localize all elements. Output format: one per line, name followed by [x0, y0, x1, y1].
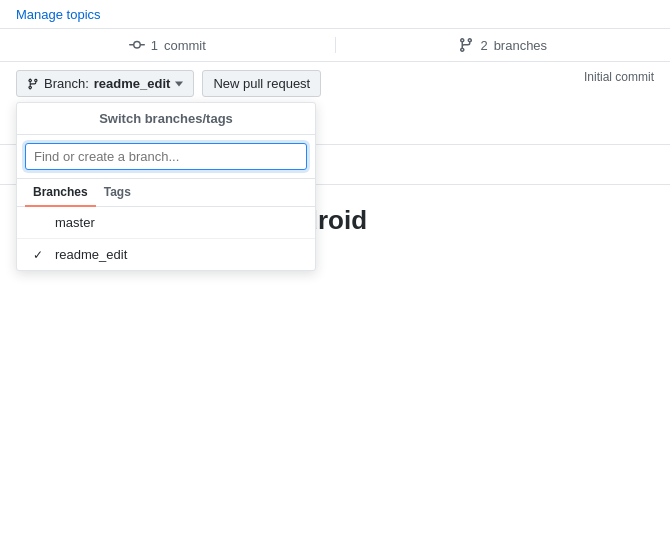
branches-stat[interactable]: 2 branches [335, 37, 671, 53]
manage-topics-link[interactable]: Manage topics [16, 7, 101, 22]
branch-list: master ✓ readme_edit [17, 207, 315, 270]
branch-name: master [55, 215, 95, 230]
commit-icon [129, 37, 145, 53]
branches-label: branches [494, 38, 547, 53]
tab-tags[interactable]: Tags [96, 179, 139, 207]
check-icon: ✓ [33, 248, 47, 262]
dropdown-tabs: Branches Tags [17, 179, 315, 207]
branch-name: readme_edit [55, 247, 127, 262]
branch-item-master[interactable]: master [17, 207, 315, 238]
branch-prefix: Branch: [44, 76, 89, 91]
last-commit-message: Initial commit [584, 70, 654, 84]
branch-value: readme_edit [94, 76, 171, 91]
branches-count: 2 [480, 38, 487, 53]
new-pull-request-button[interactable]: New pull request [202, 70, 321, 97]
branch-btn-icon [27, 78, 39, 90]
commits-count: 1 [151, 38, 158, 53]
stats-bar: 1 commit 2 branches [0, 29, 670, 62]
branch-icon [458, 37, 474, 53]
commits-label: commit [164, 38, 206, 53]
dropdown-title: Switch branches/tags [17, 103, 315, 135]
branch-item-readme-edit[interactable]: ✓ readme_edit [17, 238, 315, 270]
chevron-down-icon [175, 80, 183, 88]
manage-topics-bar: Manage topics [0, 0, 670, 29]
branch-dropdown: Switch branches/tags Branches Tags maste… [16, 102, 316, 271]
toolbar-row: Branch: readme_edit New pull request Ini… [0, 62, 670, 105]
new-pr-label: New pull request [213, 76, 310, 91]
commits-stat[interactable]: 1 commit [0, 37, 335, 53]
tab-branches[interactable]: Branches [25, 179, 96, 207]
branch-search-input[interactable] [25, 143, 307, 170]
dropdown-search-area [17, 135, 315, 179]
branch-button[interactable]: Branch: readme_edit [16, 70, 194, 97]
